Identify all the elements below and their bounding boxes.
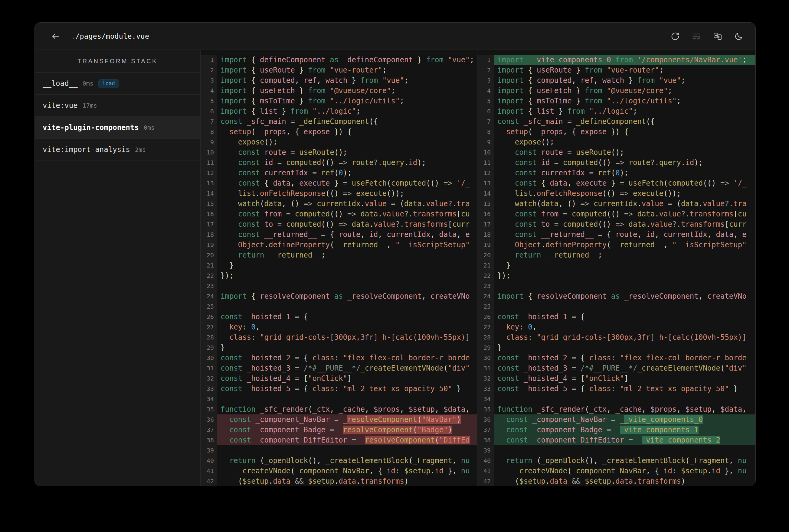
line-number: 15 [477, 198, 494, 209]
plugin-time: 0ms [144, 124, 154, 131]
code-line: 34 [477, 394, 755, 404]
code-line: 34 [201, 394, 477, 404]
code-content: import { computed, ref, watch } from "vu… [217, 75, 477, 86]
line-number: 17 [201, 219, 217, 229]
line-number: 29 [477, 342, 494, 353]
code-line: 24import { resolveComponent as _resolveC… [201, 291, 477, 301]
code-line: 28 class: "grid grid-cols-[300px,3fr] h-… [201, 332, 477, 342]
code-line: 1import __vite_components_0 from '/compo… [477, 55, 755, 65]
code-content: class: "grid grid-cols-[300px,3fr] h-[ca… [494, 332, 755, 342]
code-content: watch(data, () => currentIdx.value = (da… [494, 198, 755, 209]
diff-editor: 1import { defineComponent as _defineComp… [201, 50, 755, 486]
dark-mode-toggle[interactable] [734, 31, 744, 41]
code-content: const _hoisted_3 = /*#__PURE__*/_createE… [494, 363, 755, 373]
wrap-text-button[interactable] [691, 31, 701, 41]
code-line: 10 const route = useRoute(); [477, 147, 755, 157]
code-content: setup(__props, { expose }) { [494, 127, 755, 137]
line-number: 41 [201, 466, 217, 476]
transform-stack-item[interactable]: __load__0msload [35, 73, 200, 95]
code-content: const __returned__ = { route, id, curren… [217, 229, 477, 240]
code-line: 15 watch(data, () => currentIdx.value = … [201, 198, 477, 209]
code-line: 32const _hoisted_4 = ["onClick"] [201, 373, 477, 384]
line-number: 24 [477, 291, 494, 301]
line-number: 26 [477, 312, 494, 322]
code-line: 30const _hoisted_2 = { class: "flex flex… [477, 353, 755, 363]
code-content: setup(__props, { expose }) { [217, 127, 477, 137]
inspector-window: ./pages/module.vue TRANSFORM STACK __loa… [35, 22, 756, 486]
line-number: 34 [201, 394, 217, 404]
title-path: /pages/module.vue [75, 32, 149, 40]
refresh-button[interactable] [670, 31, 680, 41]
code-content: return __returned__; [494, 250, 755, 260]
line-number: 3 [477, 75, 494, 86]
line-number: 12 [201, 168, 217, 178]
line-number: 6 [201, 106, 217, 116]
code-line: 31const _hoisted_3 = /*#__PURE__*/_creat… [201, 363, 477, 373]
code-line: 37 const _component_Badge = __vite_compo… [477, 425, 755, 435]
line-number: 27 [201, 322, 217, 332]
code-line: 17 const to = computed(() => data.value?… [477, 219, 755, 229]
line-number: 13 [477, 178, 494, 188]
code-line: 30const _hoisted_2 = { class: "flex flex… [201, 353, 477, 363]
transform-stack-item[interactable]: vite-plugin-components0ms [35, 117, 200, 139]
code-content: const id = computed(() => route?.query.i… [494, 157, 755, 168]
line-number: 37 [201, 425, 217, 435]
line-number: 16 [201, 209, 217, 219]
code-content: function _sfc_render(_ctx, _cache, $prop… [217, 404, 477, 414]
code-line: 4import { useFetch } from "@vueuse/core"… [477, 86, 755, 96]
code-line: 8 setup(__props, { expose }) { [477, 127, 755, 137]
line-number: 4 [201, 86, 217, 96]
transform-stack-item[interactable]: vite:vue17ms [35, 95, 200, 117]
code-line: 7const _sfc_main = _defineComponent({ [201, 116, 477, 127]
transform-stack-item[interactable]: vite:import-analysis2ms [35, 139, 200, 161]
code-content: const __returned__ = { route, id, curren… [494, 229, 755, 240]
code-content: const to = computed(() => data.value?.tr… [494, 219, 755, 229]
code-content: import { useFetch } from "@vueuse/core"; [217, 86, 477, 96]
line-number: 10 [201, 147, 217, 157]
code-line: 9 expose(); [201, 137, 477, 147]
line-number: 9 [477, 137, 494, 147]
code-line: 37 const _component_Badge = _resolveComp… [201, 425, 477, 435]
code-content [217, 445, 477, 456]
line-number: 9 [201, 137, 217, 147]
code-line: 27 key: 0, [477, 322, 755, 332]
line-number: 19 [201, 240, 217, 250]
code-line: 16 const from = computed(() => data.valu… [477, 209, 755, 219]
code-line: 5import { msToTime } from "../logic/util… [201, 96, 477, 106]
code-line: 4import { useFetch } from "@vueuse/core"… [201, 86, 477, 96]
code-line: 36 const _component_NavBar = __vite_comp… [477, 414, 755, 425]
line-number: 33 [201, 384, 217, 394]
code-line: 31const _hoisted_3 = /*#__PURE__*/_creat… [477, 363, 755, 373]
code-line: 10 const route = useRoute(); [201, 147, 477, 157]
line-number: 29 [201, 342, 217, 353]
code-content: const _component_NavBar = _resolveCompon… [217, 414, 477, 425]
diff-pane-transformed[interactable]: 1import __vite_components_0 from '/compo… [477, 50, 755, 486]
code-line: 27 key: 0, [201, 322, 477, 332]
code-line: 40 return (_openBlock(), _createElementB… [477, 456, 755, 466]
line-number: 33 [477, 384, 494, 394]
line-number: 35 [201, 404, 217, 414]
code-line: 9 expose(); [477, 137, 755, 147]
code-content: const _hoisted_3 = /*#__PURE__*/_createE… [217, 363, 477, 373]
code-content: const _hoisted_1 = { [494, 312, 755, 322]
line-number: 30 [201, 353, 217, 363]
code-content: import { useRoute } from "vue-router"; [217, 65, 477, 75]
line-number: 4 [477, 86, 494, 96]
code-line: 24import { resolveComponent as _resolveC… [477, 291, 755, 301]
diff-pane-original[interactable]: 1import { defineComponent as _defineComp… [201, 50, 477, 486]
code-line: 40 return (_openBlock(), _createElementB… [201, 456, 477, 466]
code-line: 13 const { data, execute } = useFetch(co… [201, 178, 477, 188]
split-diff-button[interactable] [713, 31, 723, 41]
code-line: 41 _createVNode(_component_NavBar, { id:… [201, 466, 477, 476]
code-content: const id = computed(() => route?.query.i… [217, 157, 477, 168]
line-number: 42 [477, 476, 494, 486]
code-content: return __returned__; [217, 250, 477, 260]
code-content [494, 445, 755, 456]
line-number: 35 [477, 404, 494, 414]
line-number: 18 [201, 229, 217, 240]
line-number: 13 [201, 178, 217, 188]
code-content: const currentIdx = ref(0); [494, 168, 755, 178]
page-title: ./pages/module.vue [71, 32, 149, 40]
back-button[interactable] [49, 30, 61, 42]
code-line: 3import { computed, ref, watch } from "v… [477, 75, 755, 86]
